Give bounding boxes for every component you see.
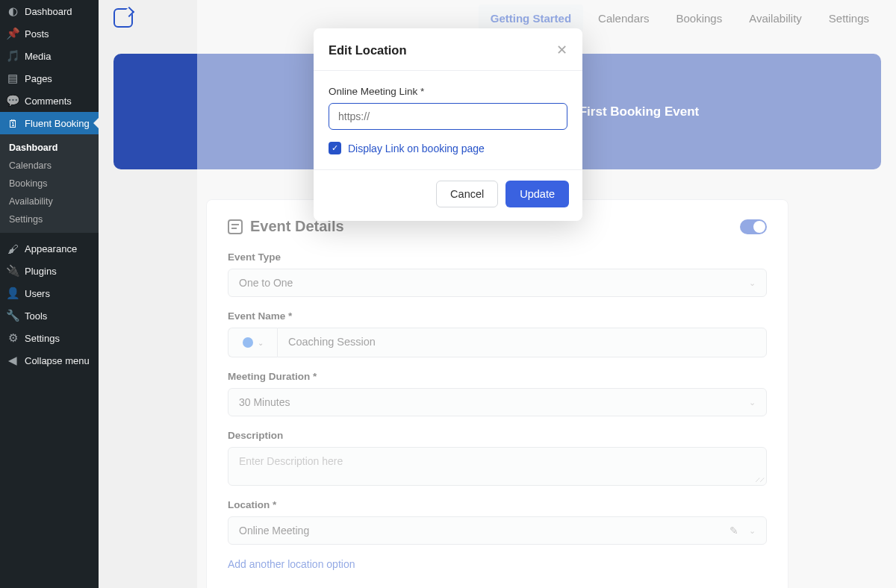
sidebar-item-users[interactable]: 👤 Users [0, 282, 99, 304]
cancel-button[interactable]: Cancel [436, 181, 498, 207]
sidebar-item-posts[interactable]: 📌 Posts [0, 22, 99, 45]
sidebar-item-label: Pages [25, 73, 52, 84]
sidebar-item-comments[interactable]: 💬 Comments [0, 90, 99, 112]
sliders-icon: ⚙ [7, 332, 19, 344]
sidebar-item-dashboard[interactable]: ◐ Dashboard [0, 0, 99, 22]
sidebar-item-tools[interactable]: 🔧 Tools [0, 304, 99, 327]
edit-location-modal: Edit Location ✕ Online Meeting Link * ✓ … [314, 28, 582, 221]
sidebar-submenu: Dashboard Calendars Bookings Availabilit… [0, 134, 99, 233]
pin-icon: 📌 [7, 28, 19, 40]
gauge-icon: ◐ [7, 5, 19, 17]
sidebar-item-label: Media [25, 51, 51, 62]
sidebar-sub-availability[interactable]: Availability [0, 193, 99, 210]
sidebar-item-collapse[interactable]: ◀ Collapse menu [0, 349, 99, 372]
meeting-link-label: Online Meeting Link * [329, 86, 567, 97]
close-icon[interactable]: ✕ [556, 42, 567, 58]
sidebar-item-label: Dashboard [25, 6, 72, 17]
users-icon: 👤 [7, 287, 19, 299]
sidebar-item-label: Plugins [25, 266, 57, 277]
plug-icon: 🔌 [7, 265, 19, 277]
meeting-link-input[interactable] [329, 103, 567, 130]
sidebar-item-pages[interactable]: ▤ Pages [0, 67, 99, 90]
app-logo-icon [113, 8, 133, 28]
brush-icon: 🖌 [7, 243, 19, 254]
comment-icon: 💬 [7, 95, 19, 107]
sidebar-item-media[interactable]: 🎵 Media [0, 45, 99, 67]
sidebar-item-label: Appearance [25, 243, 77, 254]
display-link-checkbox[interactable]: ✓ [329, 142, 341, 154]
sidebar-item-label: Fluent Booking [25, 118, 90, 129]
wp-admin-sidebar: ◐ Dashboard 📌 Posts 🎵 Media ▤ Pages 💬 Co… [0, 0, 99, 588]
sidebar-item-label: Tools [25, 310, 47, 322]
display-link-label: Display Link on booking page [348, 143, 485, 154]
media-icon: 🎵 [7, 50, 19, 62]
update-button[interactable]: Update [505, 181, 569, 207]
sidebar-item-label: Users [25, 288, 50, 299]
sidebar-item-fluent-booking[interactable]: 🗓 Fluent Booking [0, 112, 99, 134]
sidebar-sub-calendars[interactable]: Calendars [0, 157, 99, 175]
sidebar-sub-bookings[interactable]: Bookings [0, 175, 99, 193]
sidebar-item-plugins[interactable]: 🔌 Plugins [0, 260, 99, 282]
sidebar-item-label: Collapse menu [25, 355, 90, 366]
tools-icon: 🔧 [7, 310, 19, 322]
collapse-icon: ◀ [7, 354, 19, 366]
pages-icon: ▤ [7, 72, 19, 84]
sidebar-item-label: Posts [25, 28, 49, 40]
sidebar-item-label: Settings [25, 333, 60, 344]
sidebar-sub-settings[interactable]: Settings [0, 210, 99, 228]
sidebar-sub-dashboard[interactable]: Dashboard [0, 139, 99, 157]
calendar-icon: 🗓 [7, 117, 19, 129]
sidebar-item-settings[interactable]: ⚙ Settings [0, 327, 99, 349]
sidebar-item-label: Comments [25, 96, 72, 107]
sidebar-item-appearance[interactable]: 🖌 Appearance [0, 237, 99, 260]
modal-title: Edit Location [329, 43, 407, 57]
